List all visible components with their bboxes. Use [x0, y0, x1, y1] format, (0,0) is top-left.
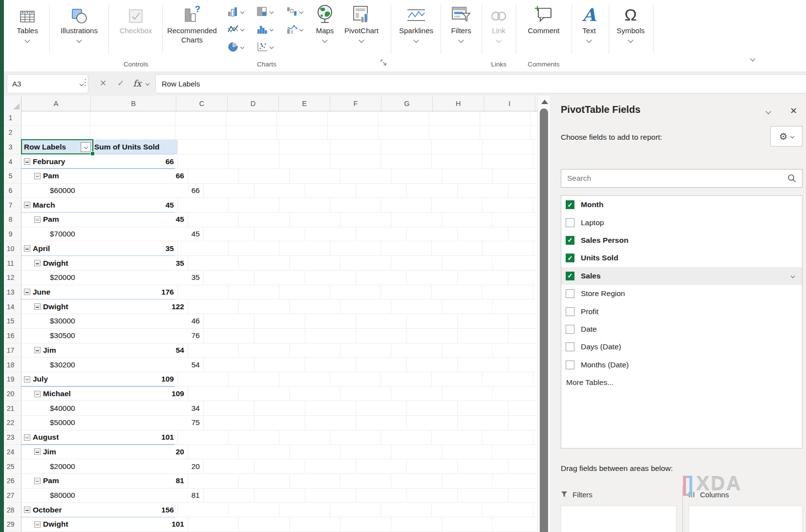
- grid-cell[interactable]: [290, 387, 340, 401]
- grid-cell[interactable]: [330, 372, 381, 386]
- collapse-ribbon-chevron-icon[interactable]: [750, 56, 755, 61]
- grid-cell[interactable]: [340, 256, 391, 270]
- grid-cell[interactable]: [407, 489, 458, 503]
- grid-cell[interactable]: [255, 314, 305, 328]
- scrollbar-thumb[interactable]: [540, 108, 548, 532]
- cell-A18[interactable]: $30200: [21, 358, 119, 372]
- cell-B9[interactable]: 45: [119, 227, 204, 241]
- grid-cell[interactable]: [483, 285, 533, 299]
- grid-cell[interactable]: [391, 387, 442, 401]
- search-input[interactable]: [561, 174, 787, 183]
- grid-cell[interactable]: [204, 358, 255, 372]
- grid-cell[interactable]: [533, 154, 537, 169]
- grid-cell[interactable]: [290, 169, 340, 183]
- grid-cell[interactable]: [239, 517, 290, 532]
- grid-cell[interactable]: [533, 430, 537, 445]
- grid-cell[interactable]: [458, 416, 509, 430]
- function-chevron[interactable]: [144, 74, 151, 92]
- grid-cell[interactable]: [279, 372, 330, 386]
- grid-cell[interactable]: [229, 503, 279, 517]
- grid-cell[interactable]: [493, 256, 537, 270]
- unchecked-checkbox[interactable]: [566, 361, 574, 369]
- grid-cell[interactable]: [305, 358, 356, 372]
- cell-A4[interactable]: February: [21, 154, 93, 169]
- grid-cell[interactable]: [483, 503, 533, 517]
- grid-cell[interactable]: [340, 343, 391, 358]
- column-header-H[interactable]: H: [433, 96, 484, 111]
- grid-cell[interactable]: [239, 445, 290, 459]
- grid-cell[interactable]: [458, 329, 509, 343]
- checked-checkbox[interactable]: ✓: [566, 254, 574, 262]
- field-item-months-date-[interactable]: Months (Date): [561, 356, 802, 374]
- chevron-down-icon[interactable]: [791, 274, 795, 278]
- insert-function-button[interactable]: fx: [130, 74, 145, 92]
- collapse-outline-icon[interactable]: [24, 434, 30, 441]
- grid-cell[interactable]: [239, 387, 290, 401]
- grid-cell[interactable]: [391, 517, 442, 532]
- insert-combo-chart-button[interactable]: [280, 24, 310, 34]
- grid-cell[interactable]: [381, 372, 432, 386]
- maps-button[interactable]: Maps: [311, 2, 339, 57]
- drag-handle-dots-icon[interactable]: ⋮: [81, 77, 89, 87]
- cell-A25[interactable]: $20000: [21, 459, 119, 473]
- cell-B22[interactable]: 75: [119, 416, 204, 430]
- collapse-outline-icon[interactable]: [34, 216, 41, 223]
- cell-B27[interactable]: 81: [119, 489, 204, 503]
- collapse-outline-icon[interactable]: [34, 478, 41, 484]
- grid-cell[interactable]: [407, 358, 458, 372]
- collapse-outline-icon[interactable]: [24, 289, 30, 295]
- cell-B13[interactable]: 176: [93, 285, 178, 299]
- grid-cell[interactable]: [381, 285, 432, 299]
- grid-cell[interactable]: [442, 256, 493, 270]
- grid-cell[interactable]: [407, 401, 458, 415]
- cell-A12[interactable]: $20000: [21, 271, 119, 285]
- grid-cell[interactable]: [356, 416, 407, 430]
- grid-cell[interactable]: [493, 474, 537, 488]
- columns-drop-area[interactable]: [689, 506, 803, 532]
- sparklines-button[interactable]: Sparklines: [393, 2, 440, 57]
- grid-cell[interactable]: [330, 241, 381, 255]
- grid-cell[interactable]: [356, 358, 407, 372]
- grid-cell[interactable]: [533, 198, 537, 212]
- cell-A14[interactable]: Dwight: [21, 299, 103, 314]
- checked-checkbox[interactable]: ✓: [566, 200, 574, 209]
- cell-B16[interactable]: 76: [119, 329, 204, 343]
- cell-B18[interactable]: 54: [119, 358, 204, 372]
- charts-dialog-launcher-icon[interactable]: [380, 59, 388, 67]
- grid-cell[interactable]: [290, 517, 340, 532]
- cell-A16[interactable]: $30500: [21, 329, 119, 343]
- grid-cell[interactable]: [239, 169, 290, 183]
- grid-cell[interactable]: [391, 299, 442, 314]
- cell-A23[interactable]: August: [21, 430, 93, 445]
- cell-B4[interactable]: 66: [93, 154, 178, 169]
- collapse-outline-icon[interactable]: [24, 245, 30, 252]
- grid-cell[interactable]: [533, 372, 537, 386]
- grid-cell[interactable]: [407, 184, 458, 198]
- grid-cell[interactable]: [458, 271, 509, 285]
- insert-scatter-chart-button[interactable]: [251, 42, 280, 52]
- vertical-scrollbar[interactable]: [537, 96, 551, 532]
- insert-hierarchy-chart-button[interactable]: [251, 7, 280, 17]
- field-item-date[interactable]: Date: [561, 320, 802, 338]
- grid-cell[interactable]: [493, 299, 537, 314]
- grid-cell[interactable]: [480, 126, 531, 140]
- grid-cell[interactable]: [458, 184, 509, 198]
- grid-cell[interactable]: [229, 372, 279, 386]
- grid-cell[interactable]: [493, 445, 537, 459]
- grid-cell[interactable]: [442, 517, 493, 532]
- grid-cell[interactable]: [188, 299, 239, 314]
- grid-cell[interactable]: [204, 489, 255, 503]
- column-header-A[interactable]: A: [21, 96, 91, 111]
- grid-cell[interactable]: [239, 213, 290, 227]
- grid-cell[interactable]: [255, 358, 305, 372]
- cell-B25[interactable]: 20: [119, 459, 204, 473]
- grid-cell[interactable]: [509, 459, 537, 473]
- grid-cell[interactable]: [379, 126, 429, 140]
- grid-cell[interactable]: [381, 503, 432, 517]
- grid-cell[interactable]: [255, 401, 305, 415]
- grid-cell[interactable]: [483, 430, 533, 445]
- grid-cell[interactable]: [531, 111, 537, 125]
- unchecked-checkbox[interactable]: [566, 325, 574, 334]
- grid-cell[interactable]: [226, 126, 277, 140]
- formula-input[interactable]: Row Labels: [155, 74, 806, 93]
